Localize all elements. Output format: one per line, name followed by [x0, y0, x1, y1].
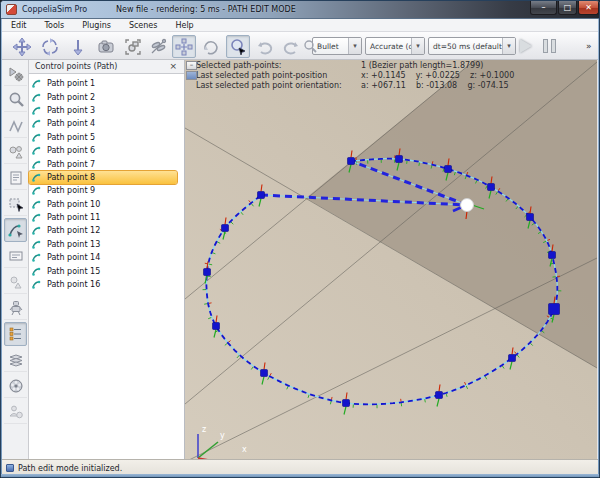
- menu-bar: EditToolsPluginsScenesHelp: [2, 19, 600, 32]
- text-edit-icon[interactable]: [4, 244, 27, 268]
- list-item-path-point-6[interactable]: Path point 6: [29, 144, 184, 157]
- control-point[interactable]: [222, 225, 229, 232]
- minimize-button[interactable]: –: [530, 1, 557, 15]
- video-recorder-icon[interactable]: [4, 374, 27, 398]
- model-browser-icon[interactable]: [4, 296, 27, 320]
- timestep-dropdown[interactable]: dt=50 ms (default) ▾: [428, 37, 516, 55]
- path-point-icon: [32, 280, 44, 289]
- list-item-path-point-3[interactable]: Path point 3: [29, 104, 184, 117]
- list-item-label: Path point 5: [47, 133, 95, 142]
- panel-header: Control points (Path) ×: [29, 60, 184, 74]
- control-point[interactable]: [343, 400, 350, 407]
- shape-edit-icon[interactable]: [4, 270, 27, 294]
- control-point[interactable]: [213, 323, 220, 330]
- play-button[interactable]: [520, 39, 532, 53]
- object-zoom-icon[interactable]: [4, 88, 27, 112]
- path-point-icon: [32, 146, 44, 155]
- list-item-path-point-14[interactable]: Path point 14: [29, 251, 184, 264]
- overlay-row: Last selected path point orientation:a: …: [196, 81, 514, 91]
- joint-tool-icon[interactable]: [4, 114, 27, 138]
- script-icon[interactable]: [4, 166, 27, 190]
- app-window: CoppeliaSim Pro New file - rendering: 5 …: [0, 0, 600, 478]
- scene-3d-render[interactable]: zyx: [185, 60, 597, 459]
- scene-scaling-icon[interactable]: [298, 35, 322, 58]
- control-point[interactable]: [204, 269, 211, 276]
- menu-item-help[interactable]: Help: [166, 21, 202, 30]
- camera-zoom-icon[interactable]: [66, 35, 90, 58]
- window-title: New file - rendering: 5 ms - PATH EDIT M…: [116, 5, 296, 14]
- list-item-label: Path point 4: [47, 119, 95, 128]
- control-point[interactable]: [488, 184, 495, 191]
- list-item-path-point-16[interactable]: Path point 16: [29, 278, 184, 291]
- undo-icon[interactable]: [253, 35, 277, 58]
- list-item-label: Path point 12: [47, 226, 100, 235]
- menu-item-tools[interactable]: Tools: [36, 21, 74, 30]
- control-point[interactable]: [549, 304, 560, 315]
- title-bar[interactable]: CoppeliaSim Pro New file - rendering: 5 …: [1, 1, 600, 19]
- list-item-path-point-13[interactable]: Path point 13: [29, 238, 184, 251]
- list-item-path-point-4[interactable]: Path point 4: [29, 117, 184, 130]
- shape-grouping-icon[interactable]: [4, 140, 27, 164]
- layers-icon[interactable]: [4, 348, 27, 372]
- selected-path-point[interactable]: [461, 199, 474, 212]
- control-point[interactable]: [445, 166, 452, 173]
- control-point[interactable]: [348, 158, 355, 165]
- list-item-path-point-12[interactable]: Path point 12: [29, 224, 184, 237]
- menu-item-plugins[interactable]: Plugins: [73, 21, 120, 30]
- status-message: Path edit mode initialized.: [18, 464, 122, 473]
- accuracy-dropdown[interactable]: Accurate (default) ▾: [365, 37, 425, 55]
- control-point[interactable]: [258, 192, 265, 199]
- overlay-row: Selected path-points:1 (Bezier path leng…: [196, 61, 514, 71]
- list-item-path-point-5[interactable]: Path point 5: [29, 131, 184, 144]
- user-settings-icon[interactable]: [4, 400, 27, 424]
- pause-button[interactable]: [543, 39, 558, 53]
- list-item-path-point-7[interactable]: Path point 7: [29, 157, 184, 170]
- menu-item-edit[interactable]: Edit: [2, 21, 36, 30]
- control-point[interactable]: [396, 156, 403, 163]
- list-item-label: Path point 14: [47, 253, 100, 262]
- list-item-path-point-8[interactable]: Path point 8: [29, 171, 177, 184]
- scene-viewport[interactable]: zyx Selected path-points:1 (Bezier path …: [185, 60, 597, 459]
- object-rotate-icon[interactable]: [199, 35, 223, 58]
- fit-to-view-icon[interactable]: [121, 35, 145, 58]
- view-shrink-button[interactable]: –: [186, 61, 197, 70]
- path-point-icon: [32, 173, 44, 182]
- object-shift-icon[interactable]: [172, 35, 196, 58]
- control-point[interactable]: [509, 355, 516, 362]
- list-item-label: Path point 7: [47, 160, 95, 169]
- menu-item-scenes[interactable]: Scenes: [120, 21, 167, 30]
- chevron-down-icon[interactable]: ▾: [411, 38, 424, 54]
- control-points-panel: Control points (Path) × Path point 1Path…: [29, 60, 185, 459]
- close-button[interactable]: ✕: [578, 1, 599, 15]
- toolbar-overflow-chevron[interactable]: »: [586, 41, 592, 51]
- maximize-button[interactable]: □: [558, 1, 577, 15]
- panel-title: Control points (Path): [35, 62, 117, 71]
- path-edit-icon[interactable]: [4, 218, 27, 242]
- control-point[interactable]: [261, 370, 268, 377]
- chevron-down-icon[interactable]: ▾: [348, 38, 361, 54]
- list-item-label: Path point 11: [47, 213, 100, 222]
- control-point[interactable]: [436, 392, 443, 399]
- app-icon: [6, 4, 17, 15]
- overlay-label: Selected path-points:: [196, 61, 361, 71]
- box-selection-icon[interactable]: [4, 192, 27, 216]
- list-item-path-point-15[interactable]: Path point 15: [29, 264, 184, 277]
- fly-mode-icon[interactable]: [146, 35, 170, 58]
- page-selector-button[interactable]: [186, 71, 197, 80]
- path-point-icon: [32, 226, 44, 235]
- simulation-settings-icon[interactable]: [4, 62, 27, 86]
- list-item-path-point-10[interactable]: Path point 10: [29, 198, 184, 211]
- list-item-path-point-9[interactable]: Path point 9: [29, 184, 184, 197]
- chevron-down-icon[interactable]: ▾: [502, 38, 515, 54]
- camera-rotate-icon[interactable]: [38, 35, 62, 58]
- control-point[interactable]: [527, 214, 534, 221]
- control-point[interactable]: [549, 252, 556, 259]
- hierarchy-icon[interactable]: [4, 322, 27, 346]
- close-icon[interactable]: ×: [169, 61, 177, 71]
- selection-icon[interactable]: [226, 35, 250, 58]
- list-item-path-point-11[interactable]: Path point 11: [29, 211, 184, 224]
- list-item-path-point-2[interactable]: Path point 2: [29, 90, 184, 103]
- camera-pan-icon[interactable]: [10, 35, 34, 58]
- list-item-path-point-1[interactable]: Path point 1: [29, 77, 184, 90]
- camera-shift-icon[interactable]: [94, 35, 118, 58]
